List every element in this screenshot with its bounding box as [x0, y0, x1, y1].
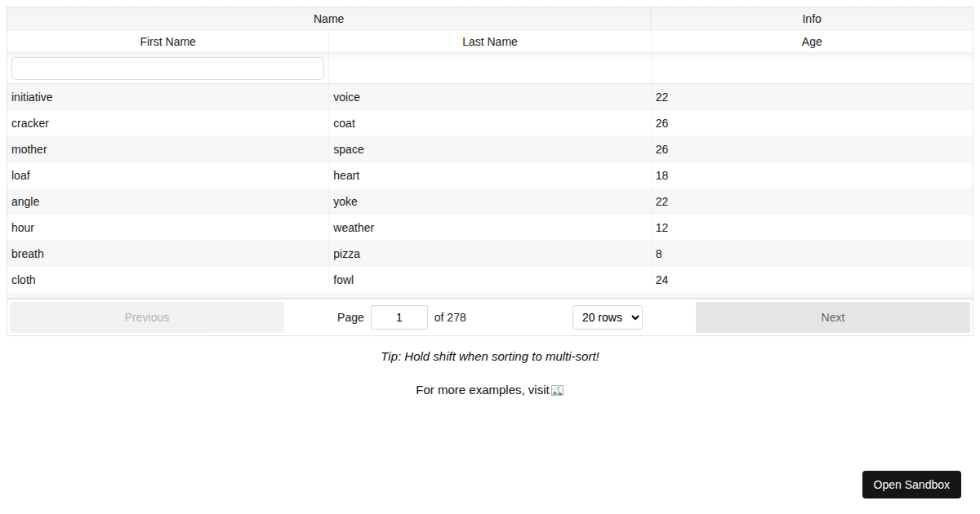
cell-age: 12: [652, 215, 973, 240]
header-group-name-label: Name: [314, 12, 344, 25]
column-header-first-name-label: First Name: [140, 35, 195, 48]
page-jump-group: Page of 278: [337, 305, 466, 330]
table-row: initiative voice 22: [7, 84, 973, 110]
header-group-info-label: Info: [802, 12, 821, 25]
cell-age: 24: [652, 267, 973, 292]
cell-last-name: space: [329, 136, 651, 162]
cell-last-name: weather: [329, 215, 651, 240]
cell-first-name: cloth: [7, 267, 329, 292]
filter-cell-first-name: [7, 53, 329, 83]
cell-first-name: cracker: [7, 110, 329, 135]
cell-first-name: hour: [7, 215, 329, 240]
column-header-age[interactable]: Age: [652, 30, 973, 52]
previous-button[interactable]: Previous: [10, 302, 284, 333]
column-header-age-label: Age: [802, 35, 822, 48]
pagination-previous-section: Previous: [10, 302, 284, 333]
table-row: angle yoke 22: [7, 188, 973, 215]
cell-last-name: yoke: [329, 188, 651, 214]
sort-tip-text: Tip: Hold shift when sorting to multi-so…: [7, 349, 973, 363]
cell-age: 22: [652, 188, 973, 214]
column-header-row: First Name Last Name Age: [7, 30, 973, 53]
pagination-bar: Previous Page of 278 20 rows Next: [7, 298, 973, 335]
table-row: mother space 26: [7, 136, 973, 162]
next-button[interactable]: Next: [696, 302, 970, 333]
more-examples-text: For more examples, visit: [416, 383, 549, 397]
cell-age: 8: [652, 241, 973, 266]
cell-first-name: breath: [7, 241, 329, 266]
table-row: loaf heart 18: [7, 162, 973, 188]
cell-first-name: mother: [7, 136, 329, 162]
cell-last-name: fowl: [329, 267, 651, 292]
filter-row: [7, 53, 973, 84]
page-number-input[interactable]: [371, 305, 428, 330]
cell-first-name: loaf: [7, 162, 329, 188]
cell-last-name: coat: [329, 110, 651, 135]
table-row: cracker coat 26: [7, 110, 973, 136]
table-body: initiative voice 22 cracker coat 26 moth…: [7, 84, 973, 298]
page-label: Page: [337, 311, 364, 324]
table-row: breath pizza 8: [7, 241, 973, 267]
cell-first-name: angle: [7, 188, 329, 214]
page-of-label: of 278: [434, 311, 466, 324]
cell-last-name: pizza: [329, 241, 651, 266]
header-group-info: Info: [651, 7, 973, 29]
open-sandbox-button[interactable]: Open Sandbox: [862, 471, 961, 498]
cell-last-name: voice: [329, 84, 651, 109]
header-group-name: Name: [7, 7, 651, 29]
column-header-last-name[interactable]: Last Name: [329, 30, 651, 52]
cell-last-name: heart: [329, 162, 651, 188]
react-table: Name Info First Name Last Name Age initi…: [7, 7, 973, 336]
cell-first-name: initiative: [7, 84, 329, 109]
table-row: cloth fowl 24: [7, 267, 973, 293]
broken-image-icon: [550, 384, 564, 399]
cell-age: 26: [652, 136, 973, 162]
pagination-next-section: Next: [696, 302, 970, 333]
cell-age: 26: [652, 110, 973, 135]
header-group-row: Name Info: [7, 7, 973, 30]
filter-cell-age: [652, 53, 973, 83]
table-row: hour weather 12: [7, 215, 973, 241]
cell-age: 22: [652, 84, 973, 109]
pagination-center-section: Page of 278 20 rows: [284, 302, 696, 333]
column-header-first-name[interactable]: First Name: [7, 30, 329, 52]
filter-cell-last-name: [329, 53, 651, 83]
more-examples-line: For more examples, visit: [7, 383, 973, 399]
first-name-filter-input[interactable]: [11, 57, 324, 80]
page-size-select[interactable]: 20 rows: [572, 305, 643, 330]
column-header-last-name-label: Last Name: [462, 35, 518, 48]
cell-age: 18: [652, 162, 973, 188]
